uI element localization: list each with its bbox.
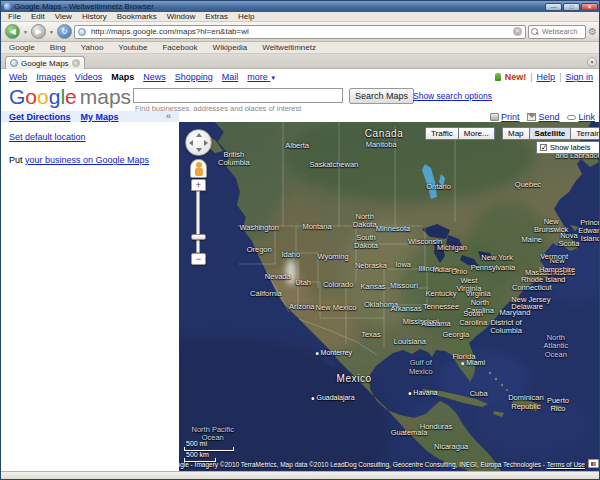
pan-up-icon[interactable] [196,133,202,137]
nav-link-shopping[interactable]: Shopping [175,72,213,82]
terms-of-use-link[interactable]: Terms of Use [547,461,585,468]
bookmark-youtube[interactable]: Youtube [116,42,158,54]
menu-edit[interactable]: Edit [26,12,50,22]
back-button[interactable]: ◀ [5,24,20,39]
bookmark-wikipedia[interactable]: Wikipedia [211,42,259,54]
envelope-icon [527,113,536,121]
nav-link-images[interactable]: Images [36,72,66,82]
show-labels-label: Show labels [550,143,590,152]
show-search-options-link[interactable]: Show search options [413,91,492,101]
map-button-map[interactable]: Map [502,127,530,140]
link-action[interactable]: Link [567,112,595,122]
pegman-street-view-control[interactable] [190,159,207,178]
get-directions-link[interactable]: Get Directions [9,112,71,122]
zoom-slider-handle[interactable] [191,234,206,240]
map-viewport[interactable]: CanadaMexicoBritish ColumbiaAlbertaSaska… [179,122,600,471]
map-label-rhode-island: Rhode Island [521,276,565,284]
forward-history-caret-icon[interactable]: ▼ [48,29,55,35]
map-pan-control[interactable] [185,129,212,156]
sign-in-link[interactable]: Sign in [565,72,593,82]
window-title: Google Maps - Weltweitimnetz Browser [14,2,545,11]
nav-more-link[interactable]: more ▼ [247,72,276,82]
nav-link-news[interactable]: News [143,72,166,82]
show-labels-option[interactable]: ✓ Show labels [536,141,600,154]
map-label-illinois: Illinois [418,264,439,272]
nav-links: WebImagesVideosMapsNewsShoppingMail [9,72,238,82]
minimize-button[interactable]: — [545,3,562,11]
menu-view[interactable]: View [50,12,77,22]
nav-link-mail[interactable]: Mail [222,72,239,82]
map-label-tennessee: Tennessee [423,302,459,310]
map-label-north-carolina: North Carolina [466,298,494,315]
zoom-out-button[interactable]: − [191,253,206,265]
tab-google-maps[interactable]: Google Maps ✕ [5,56,85,69]
map-label-iowa: Iowa [395,261,411,269]
map-button-terrain[interactable]: Terrain [570,127,600,140]
sidebar-collapse-button[interactable]: « [166,112,171,121]
help-link[interactable]: Help [537,72,556,82]
menu-history[interactable]: History [77,12,112,22]
scale-km-label: 500 km [186,451,209,458]
map-label-michigan: Michigan [437,243,467,251]
url-bar: ✕ [74,25,526,39]
map-label-district-of-columbia: District of Columbia [490,318,522,335]
logo-google: Google [9,85,77,108]
pan-left-icon[interactable] [189,140,193,146]
zoom-in-button[interactable]: + [191,179,206,191]
window-controls: — □ ✕ [545,3,598,11]
map-label-minnesota: Minnesota [376,225,411,233]
forward-button[interactable]: ▶ [31,24,46,39]
tab-close-icon[interactable]: ✕ [72,59,80,67]
nav-link-web[interactable]: Web [9,72,27,82]
back-history-caret-icon[interactable]: ▼ [22,29,29,35]
show-labels-checkbox[interactable]: ✓ [540,144,547,151]
menu-extras[interactable]: Extras [200,12,233,22]
map-label-wyoming: Wyoming [317,253,348,261]
menu-window[interactable]: Window [162,12,200,22]
stop-icon[interactable]: ✕ [513,27,522,36]
map-report-icon[interactable] [588,459,599,468]
map-type-buttons: MapSatelliteTerrain [503,127,600,140]
menu-bookmarks[interactable]: Bookmarks [112,12,162,22]
menu-help[interactable]: Help [233,12,259,22]
map-label-british-columbia: British Columbia [218,150,250,167]
bookmark-google[interactable]: Google [7,42,46,54]
tab-list-button[interactable]: ▾ [587,57,597,67]
set-default-location-link[interactable]: Set default location [9,132,86,142]
maps-search-input[interactable] [133,88,343,103]
bookmark-yahoo[interactable]: Yahoo [79,42,115,54]
map-button-traffic[interactable]: Traffic [425,127,459,140]
bookmark-bing[interactable]: Bing [48,42,77,54]
your-business-link[interactable]: your business on Google Maps [25,155,149,165]
scale-miles-label: 500 mi [186,440,207,447]
print-action[interactable]: Print [490,112,520,122]
new-badge[interactable]: New! [505,72,527,82]
zoom-slider-track[interactable] [196,191,200,253]
reload-button[interactable]: ↻ [57,24,72,39]
send-action[interactable]: Send [527,112,559,122]
map-label-north-dakota: North Dakota [353,212,377,229]
menu-file[interactable]: File [3,12,26,22]
maximize-button[interactable]: □ [563,3,580,11]
map-label-utah: Utah [295,278,311,286]
my-maps-link[interactable]: My Maps [81,112,119,122]
map-button-satellite[interactable]: Satellite [529,127,572,140]
bookmark-facebook[interactable]: Facebook [160,42,208,54]
search-maps-button[interactable]: Search Maps [349,88,414,104]
map-actions: Print Send Link [490,111,595,122]
pan-right-icon[interactable] [204,140,208,146]
map-label-nevada: Nevada [265,272,291,280]
close-button[interactable]: ✕ [581,3,598,11]
map-label-florida: Florida [452,353,475,361]
url-input[interactable] [89,26,510,37]
bookmark-weltweitimnetz[interactable]: Weltweitimnetz [260,42,327,54]
map-label-dominican-republic: Dominican Republic [508,394,543,411]
gear-icon[interactable]: ⚙ [588,27,597,37]
map-button-more[interactable]: More... [458,127,495,140]
nav-link-videos[interactable]: Videos [75,72,102,82]
pan-down-icon[interactable] [196,148,202,152]
websearch-input[interactable] [540,27,583,36]
new-sprout-icon [495,73,501,81]
map-label-monterrey: Monterrey [316,349,353,357]
map-label-west-virginia: West Virginia [456,276,481,293]
